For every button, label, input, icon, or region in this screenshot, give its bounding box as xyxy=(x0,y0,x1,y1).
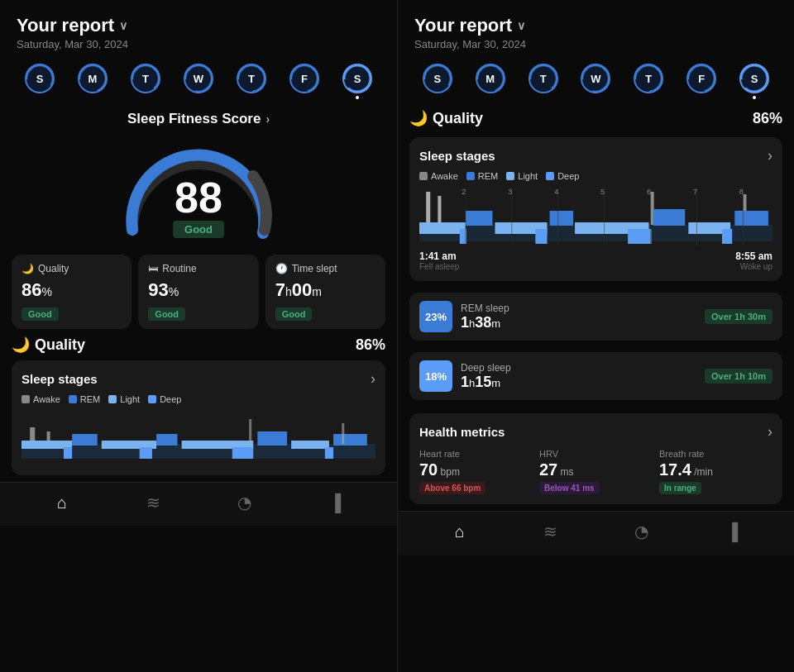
right-day-t1[interactable]: T xyxy=(529,64,558,99)
left-stages-chevron[interactable]: › xyxy=(371,370,375,388)
day-pill-m[interactable]: M xyxy=(78,64,108,99)
svg-rect-33 xyxy=(438,196,441,225)
rem-pct: 23% xyxy=(419,301,452,332)
left-title[interactable]: Your report ∨ xyxy=(17,15,380,36)
right-legend-deep: Deep xyxy=(546,171,579,181)
day-pill-t2[interactable]: T xyxy=(237,64,266,99)
deep-label: Deep sleep xyxy=(461,362,696,374)
awake-dot xyxy=(22,395,30,403)
day-pill-f[interactable]: F xyxy=(289,64,319,99)
svg-rect-13 xyxy=(333,434,367,446)
svg-text:3: 3 xyxy=(508,188,512,196)
chart-times: 1:41 am Fell asleep 8:55 am Woke up xyxy=(419,250,772,271)
health-header: Health metrics › xyxy=(419,423,772,441)
left-stages-header: Sleep stages › xyxy=(22,370,375,388)
svg-point-1 xyxy=(78,64,108,93)
nav-activity-icon[interactable]: ≋ xyxy=(141,491,165,514)
svg-rect-12 xyxy=(257,431,287,446)
legend-light: Light xyxy=(108,394,140,404)
day-pill-t1[interactable]: T xyxy=(131,64,160,99)
right-quality-moon-icon: 🌙 xyxy=(409,109,428,127)
right-stages-chevron[interactable]: › xyxy=(768,147,772,164)
selected-day-dot xyxy=(356,96,359,99)
right-day-m[interactable]: M xyxy=(476,64,505,99)
right-nav-activity-icon[interactable]: ≋ xyxy=(539,520,562,543)
deep-pct: 18% xyxy=(419,360,452,392)
svg-rect-38 xyxy=(653,209,686,226)
quality-card[interactable]: 🌙 Quality 86% Good xyxy=(12,255,132,329)
right-header: Your report ∨ Saturday, Mar 30, 2024 xyxy=(398,0,794,55)
svg-rect-36 xyxy=(466,211,493,226)
nav-home-icon[interactable]: ⌂ xyxy=(50,491,74,514)
left-stages-title: Sleep stages xyxy=(22,372,98,386)
right-stages-title: Sleep stages xyxy=(419,149,495,163)
svg-point-25 xyxy=(476,64,505,93)
right-stages-wrapper: Sleep stages › Awake REM Light xyxy=(398,137,794,293)
rem-dot xyxy=(69,395,77,403)
svg-point-4 xyxy=(237,64,266,93)
quality-badge: Good xyxy=(22,307,59,321)
left-chart-preview xyxy=(22,411,375,460)
hrv-metric: HRV 27 ms Below 41 ms xyxy=(539,449,653,494)
right-day-s2[interactable]: S xyxy=(739,64,769,99)
right-nav-alarm-icon[interactable]: ◔ xyxy=(629,520,653,543)
svg-text:5: 5 xyxy=(600,188,605,196)
score-title-text: Sleep Fitness Score xyxy=(127,111,261,127)
quality-moon-icon: 🌙 xyxy=(12,336,30,354)
right-quality-header: 🌙 Quality 86% xyxy=(398,104,794,137)
right-stages-legend: Awake REM Light Deep xyxy=(419,171,772,181)
time-slept-card-title: 🕐 Time slept xyxy=(275,263,375,274)
heart-rate-metric: Heart rate 70 bpm Above 66 bpm xyxy=(419,449,533,494)
legend-deep: Deep xyxy=(148,394,181,404)
right-quality-title: 🌙 Quality xyxy=(409,109,483,127)
right-date: Saturday, Mar 30, 2024 xyxy=(414,38,777,50)
left-stages-legend: Awake REM Light Deep xyxy=(22,394,375,404)
right-stages-card: Sleep stages › Awake REM Light xyxy=(409,137,782,281)
health-metrics-section: Health metrics › Heart rate 70 bpm Above… xyxy=(409,413,782,504)
svg-rect-40 xyxy=(419,222,466,234)
svg-text:4: 4 xyxy=(554,188,558,196)
left-quality-pct: 86% xyxy=(356,336,385,354)
rem-bar: 23% REM sleep 1h38m Over 1h 30m xyxy=(409,293,782,341)
bed-icon: 🛏 xyxy=(148,263,158,274)
moon-icon: 🌙 xyxy=(22,263,34,274)
right-nav-home-icon[interactable]: ⌂ xyxy=(448,520,471,543)
score-title[interactable]: Sleep Fitness Score › xyxy=(17,111,380,127)
right-chart-svg: 2 3 4 5 6 7 8 xyxy=(419,188,772,245)
metric-cards: 🌙 Quality 86% Good 🛏 Routine 93% Good 🕐 … xyxy=(0,246,397,336)
right-day-w[interactable]: W xyxy=(581,64,610,99)
svg-point-26 xyxy=(529,64,558,93)
right-day-f[interactable]: F xyxy=(686,64,716,99)
time-slept-card[interactable]: 🕐 Time slept 7h00m Good xyxy=(265,255,385,329)
right-title[interactable]: Your report ∨ xyxy=(414,15,777,36)
routine-card[interactable]: 🛏 Routine 93% Good xyxy=(138,255,258,329)
right-day-s1[interactable]: S xyxy=(423,64,452,99)
nav-alarm-icon[interactable]: ◔ xyxy=(232,491,256,514)
health-metrics-row: Heart rate 70 bpm Above 66 bpm HRV 27 ms… xyxy=(419,449,772,494)
right-day-t2[interactable]: T xyxy=(634,64,663,99)
right-nav-chart-icon[interactable]: ▐ xyxy=(720,520,744,543)
rem-time: 1h38m xyxy=(461,314,696,331)
legend-rem: REM xyxy=(69,394,100,404)
day-pill-s2[interactable]: S xyxy=(342,64,372,99)
day-pill-w[interactable]: W xyxy=(184,64,213,99)
right-bottom-nav: ⌂ ≋ ◔ ▐ xyxy=(398,511,794,555)
deep-dot xyxy=(148,395,156,403)
nav-chart-icon[interactable]: ▐ xyxy=(323,491,347,514)
day-pill-s1[interactable]: S xyxy=(25,64,55,99)
health-chevron[interactable]: › xyxy=(768,423,772,441)
rem-info: REM sleep 1h38m xyxy=(461,303,696,331)
right-legend-awake: Awake xyxy=(419,171,458,181)
sleep-end-label: Woke up xyxy=(735,262,772,271)
svg-text:7: 7 xyxy=(693,188,697,196)
score-chevron: › xyxy=(265,112,270,126)
svg-rect-20 xyxy=(232,447,253,459)
right-title-chevron: ∨ xyxy=(517,19,525,32)
right-awake-dot xyxy=(419,172,428,180)
left-quality-title-text: Quality xyxy=(35,336,85,354)
legend-awake: Awake xyxy=(22,394,60,404)
svg-point-6 xyxy=(342,64,372,93)
left-header: Your report ∨ Saturday, Mar 30, 2024 xyxy=(0,0,397,55)
deep-badge: Over 1h 10m xyxy=(705,369,772,384)
left-stages-card: Sleep stages › Awake REM Light xyxy=(12,360,385,475)
